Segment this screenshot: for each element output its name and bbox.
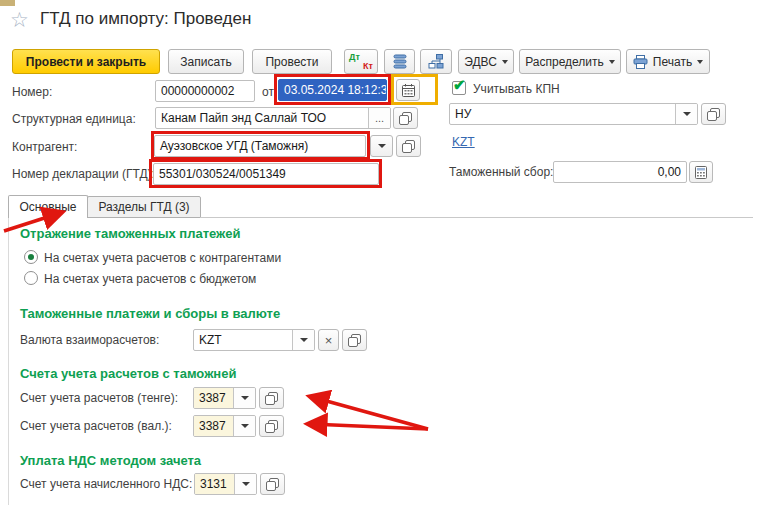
chevron-down-icon — [241, 396, 249, 400]
account-tenge-open-button[interactable] — [259, 387, 284, 409]
open-form-icon — [266, 478, 279, 491]
counterparty-dropdown-button[interactable] — [370, 135, 393, 157]
dtkt-icon: Дт Кт — [345, 50, 377, 73]
favorite-star-icon[interactable]: ☆ — [10, 9, 29, 30]
tab-gtd-sections[interactable]: Разделы ГТД (3) — [87, 196, 201, 218]
open-form-icon — [707, 108, 720, 121]
chevron-down-icon — [242, 482, 250, 486]
edvs-menu-button[interactable]: ЭДВС — [458, 49, 514, 74]
window-edge-fragment — [0, 0, 15, 6]
open-form-icon — [399, 112, 412, 125]
nu-field[interactable]: НУ — [449, 103, 698, 125]
counterparty-open-button[interactable] — [396, 135, 421, 157]
account-val-dropdown-button[interactable] — [233, 416, 255, 436]
chevron-down-icon — [683, 112, 691, 116]
kpn-checkbox-label: Учитывать КПН — [473, 82, 560, 96]
account-tenge-dropdown-button[interactable] — [233, 388, 255, 408]
counterparty-input[interactable]: Ауэзовское УГД (Таможня) — [154, 135, 366, 157]
print-label: Печать — [653, 55, 692, 69]
arrow-to-account-tenge — [312, 397, 428, 429]
number-label: Номер: — [12, 85, 52, 99]
chevron-down-icon — [609, 60, 615, 64]
radio-selected-dot — [28, 254, 34, 260]
vat-account-value: 3131 — [195, 474, 234, 494]
vat-account-field[interactable]: 3131 — [194, 473, 257, 495]
radio-contractors[interactable] — [24, 250, 38, 264]
vat-account-label: Счет учета начисленного НДС: — [20, 477, 192, 491]
write-button[interactable]: Записать — [168, 49, 244, 74]
settlement-currency-label: Валюта взаиморасчетов: — [20, 333, 159, 347]
edvs-label: ЭДВС — [464, 55, 497, 69]
account-val-open-button[interactable] — [259, 415, 284, 437]
page-title: ГТД по импорту: Проведен — [40, 9, 251, 29]
fee-calculator-button[interactable] — [689, 161, 713, 183]
org-open-button[interactable] — [393, 107, 418, 129]
open-form-icon — [348, 334, 361, 347]
radio-budget[interactable] — [24, 271, 38, 285]
org-value: Канам Пайп энд Саллай ТОО — [156, 108, 368, 128]
section-vat-title: Уплата НДС методом зачета — [20, 453, 201, 468]
org-label: Структурная единица: — [12, 112, 136, 126]
section-payments-title: Отражение таможенных платежей — [20, 226, 240, 241]
currency-link[interactable]: KZT — [452, 135, 475, 149]
tab-main[interactable]: Основные — [8, 195, 88, 218]
number-input[interactable]: 00000000002 — [155, 80, 255, 102]
ellipsis-icon: ... — [375, 112, 384, 124]
currency-dropdown-button[interactable] — [292, 330, 314, 350]
kpn-checkbox[interactable]: ✔ — [452, 81, 466, 95]
declaration-label: Номер декларации (ГТД): — [12, 167, 155, 181]
account-tenge-field[interactable]: 3387 — [193, 387, 256, 409]
account-val-field[interactable]: 3387 — [193, 415, 256, 437]
nu-value: НУ — [450, 104, 675, 124]
declaration-input[interactable]: 55301/030524/0051349 — [153, 163, 379, 185]
post-button[interactable]: Провести — [252, 49, 332, 74]
structure-icon — [428, 54, 444, 69]
chevron-down-icon — [502, 60, 508, 64]
account-val-value: 3387 — [194, 416, 233, 436]
gtd-import-form: ☆ ГТД по импорту: Проведен Провести и за… — [0, 0, 760, 512]
structure-button[interactable] — [420, 49, 452, 74]
currency-clear-button[interactable]: × — [318, 329, 339, 351]
org-choose-button[interactable]: ... — [368, 108, 390, 128]
tab-panel-left-edge — [8, 218, 9, 505]
clear-icon: × — [325, 333, 333, 348]
nu-open-button[interactable] — [701, 103, 726, 125]
register-records-button[interactable] — [384, 49, 415, 74]
radio-budget-label: На счетах учета расчетов с бюджетом — [44, 272, 256, 286]
printer-icon — [633, 55, 648, 69]
checkmark-icon: ✔ — [453, 76, 466, 94]
open-form-icon — [265, 420, 278, 433]
chevron-down-icon — [300, 338, 308, 342]
vat-account-open-button[interactable] — [260, 473, 285, 495]
fee-input[interactable]: 0,00 — [553, 161, 687, 183]
print-menu-button[interactable]: Печать — [626, 49, 710, 74]
radio-contractors-label: На счетах учета расчетов с контрагентами — [44, 251, 281, 265]
currency-open-button[interactable] — [342, 329, 367, 351]
settlement-currency-value: KZT — [194, 330, 292, 350]
section-currency-title: Таможенные платежи и сборы в валюте — [20, 306, 280, 321]
date-input[interactable]: 03.05.2024 18:12:35 — [278, 79, 387, 101]
calculator-icon — [695, 166, 707, 179]
settlement-currency-field[interactable]: KZT — [193, 329, 315, 351]
org-field[interactable]: Канам Пайп энд Саллай ТОО ... — [155, 107, 391, 129]
distribute-menu-button[interactable]: Распределить — [519, 49, 621, 74]
fee-label: Таможенный сбор: — [449, 165, 553, 179]
counterparty-label: Контрагент: — [12, 140, 77, 154]
date-prefix-label: от — [262, 85, 274, 99]
account-val-label: Счет учета расчетов (вал.): — [20, 419, 172, 433]
account-tenge-value: 3387 — [194, 388, 233, 408]
chevron-down-icon — [697, 60, 703, 64]
dtkt-postings-button[interactable]: Дт Кт — [344, 49, 378, 74]
open-form-icon — [402, 140, 415, 153]
chevron-down-icon — [241, 424, 249, 428]
calendar-button[interactable] — [396, 79, 420, 101]
open-form-icon — [265, 392, 278, 405]
post-and-close-button[interactable]: Провести и закрыть — [12, 49, 160, 74]
calendar-icon — [402, 84, 415, 97]
nu-dropdown-button[interactable] — [675, 104, 697, 124]
arrow-to-account-val — [310, 424, 428, 429]
distribute-label: Распределить — [525, 55, 604, 69]
chevron-down-icon — [378, 144, 386, 148]
vat-account-dropdown-button[interactable] — [234, 474, 256, 494]
section-accounts-title: Счета учета расчетов с таможней — [20, 366, 236, 381]
